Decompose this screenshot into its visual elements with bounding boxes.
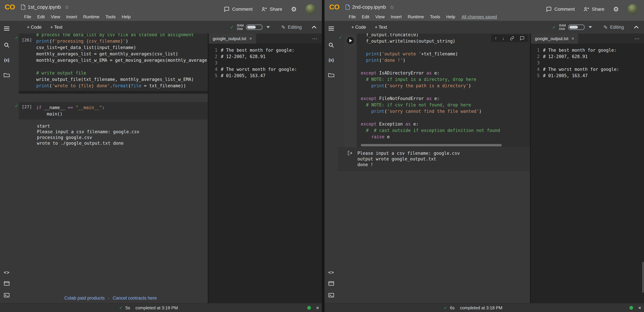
comment-button[interactable]: Comment — [224, 6, 252, 12]
cancel-contracts-link[interactable]: Cancel contracts here — [113, 296, 157, 300]
notebook-file-icon — [21, 4, 25, 10]
terminal-icon[interactable] — [324, 293, 338, 298]
table-of-contents-icon[interactable] — [324, 26, 338, 31]
chevron-up-icon[interactable] — [634, 26, 639, 28]
chevron-down-icon[interactable] — [589, 26, 592, 28]
code-editor[interactable]: if __name__ == "__main__": main() — [36, 104, 207, 120]
colab-logo[interactable]: CO — [329, 3, 340, 11]
horizontal-scrollbar[interactable] — [19, 91, 208, 94]
colab-logo[interactable]: CO — [5, 3, 15, 11]
chevron-up-icon[interactable] — [312, 26, 316, 28]
add-text-button[interactable]: + Text — [375, 25, 387, 30]
resource-meter[interactable] — [568, 24, 584, 30]
pencil-icon: ✎ — [281, 24, 286, 30]
search-icon[interactable] — [324, 42, 338, 48]
code-editor[interactable]: f_output.truncate(0) f_output.writelines… — [361, 34, 529, 144]
link-cell-icon[interactable] — [510, 36, 514, 40]
more-options-icon[interactable]: ⋯ — [634, 36, 644, 42]
menu-edit[interactable]: Edit — [34, 14, 48, 20]
close-status-icon[interactable]: × — [638, 305, 641, 311]
file-content[interactable]: 1# The best month for google:2# 12-2007,… — [209, 44, 322, 79]
menu-tools[interactable]: Tools — [427, 14, 443, 20]
line-number: 2 — [209, 53, 218, 60]
close-status-icon[interactable]: × — [316, 305, 319, 311]
run-cell-button[interactable] — [346, 36, 355, 45]
menu-view[interactable]: View — [48, 14, 63, 20]
notebook-title[interactable]: 2nd-copy.ipynb — [352, 4, 386, 10]
close-tab-icon[interactable]: × — [572, 36, 574, 41]
vertical-scrollbar-thumb[interactable] — [642, 262, 644, 293]
menu-help[interactable]: Help — [119, 14, 134, 20]
comment-label: Comment — [232, 6, 252, 12]
files-folder-icon[interactable] — [324, 72, 338, 78]
code-line: monthly_averages_list_w_EMA = get_moving… — [36, 57, 207, 64]
execution-time: 5s — [126, 305, 130, 310]
menu-insert[interactable]: Insert — [388, 14, 405, 20]
add-code-button[interactable]: + Code — [351, 25, 366, 30]
menu-runtime[interactable]: Runtime — [80, 14, 102, 20]
star-icon[interactable]: ☆ — [390, 4, 394, 10]
search-icon[interactable] — [0, 42, 14, 48]
add-comment-icon[interactable] — [520, 36, 524, 40]
code-cell-27[interactable]: [27] if __name__ == "__main__": main() — [19, 102, 208, 120]
code-snippets-icon[interactable]: <> — [0, 270, 14, 275]
file-line: 4# The worst month for google: — [531, 66, 644, 72]
move-cell-up-icon[interactable]: ↑ — [495, 36, 497, 40]
menu-file[interactable]: File — [346, 14, 359, 20]
menu-insert[interactable]: Insert — [63, 14, 80, 20]
user-avatar[interactable] — [628, 4, 638, 14]
add-text-button[interactable]: + Text — [50, 25, 62, 30]
editing-mode-button[interactable]: ✎ Editing — [281, 24, 302, 30]
code-cell[interactable]: ↑ ↓ f_output.truncate(0) f_output.writel… — [343, 34, 530, 147]
menu-runtime[interactable]: Runtime — [405, 14, 427, 20]
tab-google-output-txt[interactable]: google_output.txt × — [531, 34, 578, 44]
menu-edit[interactable]: Edit — [359, 14, 372, 20]
share-button[interactable]: Share — [584, 6, 604, 12]
menu-help[interactable]: Help — [443, 14, 458, 20]
menu-tools[interactable]: Tools — [102, 14, 119, 20]
resource-meter[interactable] — [246, 24, 262, 30]
more-options-icon[interactable]: ⋯ — [312, 36, 322, 42]
tab-google-output-txt[interactable]: google_output.txt × — [209, 34, 256, 44]
menu-file[interactable]: File — [21, 14, 34, 20]
files-folder-icon[interactable] — [0, 72, 14, 78]
output-icon[interactable] — [347, 150, 353, 156]
line-number: 1 — [209, 47, 218, 53]
chevron-down-icon[interactable] — [266, 26, 270, 28]
table-of-contents-icon[interactable] — [0, 26, 14, 31]
comment-button[interactable]: Comment — [546, 6, 575, 12]
code-snippets-icon[interactable]: <> — [324, 270, 338, 275]
command-palette-icon[interactable] — [0, 281, 14, 286]
close-tab-icon[interactable]: × — [249, 36, 252, 41]
output-line: output wrote google_output.txt — [358, 156, 460, 162]
star-icon[interactable]: ☆ — [64, 4, 69, 10]
colab-paid-products-link[interactable]: Colab paid products — [64, 296, 105, 300]
code-line: except IsADirectoryError as e: — [361, 70, 529, 76]
tab-label: google_output.txt — [535, 36, 568, 41]
move-cell-down-icon[interactable]: ↓ — [502, 36, 504, 40]
panel-tab-bar: google_output.txt × ⋯ — [531, 34, 644, 44]
terminal-icon[interactable] — [0, 293, 14, 298]
share-label: Share — [270, 6, 282, 12]
add-code-button[interactable]: + Code — [27, 25, 42, 30]
notebook-title[interactable]: 1st_copy.ipynb — [28, 4, 61, 10]
code-line: if __name__ == "__main__": — [36, 104, 207, 111]
variables-icon[interactable]: {x} — [0, 58, 14, 62]
code-editor[interactable]: # process the data_list by csv file as s… — [36, 34, 207, 91]
horizontal-scrollbar-thumb[interactable] — [361, 144, 502, 146]
menu-view[interactable]: View — [372, 14, 388, 20]
window-header: CO 2nd-copy.ipynb ☆ File Edit View Inser… — [324, 0, 644, 21]
status-message: completed at 3:18 PM — [460, 305, 502, 310]
code-cell-26[interactable]: [26] # process the data_list by csv file… — [19, 34, 208, 94]
settings-gear-icon[interactable]: ⚙ — [613, 6, 619, 12]
settings-gear-icon[interactable]: ⚙ — [291, 6, 297, 12]
editing-label: Editing — [610, 25, 624, 30]
editing-mode-button[interactable]: ✎ Editing — [604, 24, 624, 30]
file-content[interactable]: 1# The best month for google:2# 12-2007,… — [531, 44, 644, 79]
command-palette-icon[interactable] — [324, 281, 338, 286]
share-button[interactable]: Share — [261, 6, 282, 12]
user-avatar[interactable] — [306, 4, 316, 14]
variables-icon[interactable]: {x} — [324, 58, 338, 62]
status-bar: ✓ 5s completed at 3:19 PM × — [0, 303, 322, 312]
file-line: 2# 12-2007, 628.91 — [209, 53, 322, 60]
